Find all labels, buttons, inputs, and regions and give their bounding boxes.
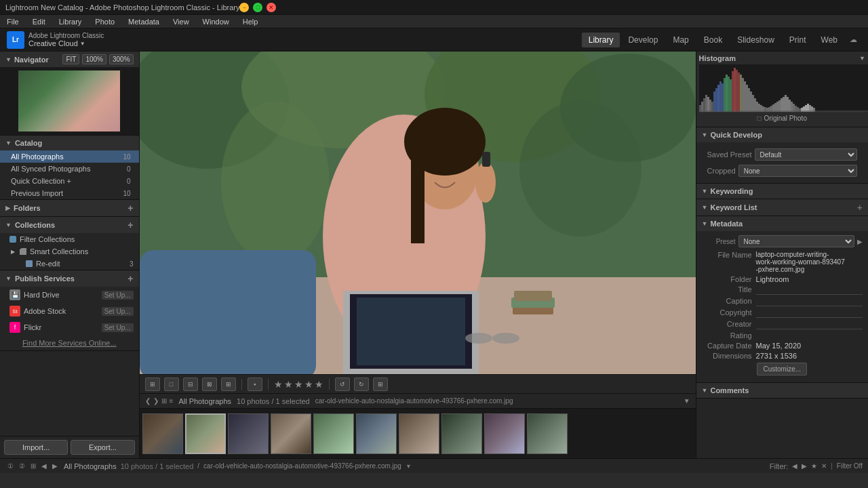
filmstrip-thumb-3[interactable] <box>228 413 269 454</box>
close-button[interactable]: ✕ <box>267 3 276 12</box>
filmstrip-grid-btn[interactable]: ⊞ <box>161 397 167 405</box>
adobe-stock-label[interactable]: Adobe Stock <box>24 307 66 315</box>
collection-reedit[interactable]: Re-edit 3 <box>20 258 139 270</box>
metadata-header[interactable]: Metadata <box>696 216 868 231</box>
filter-off-btn[interactable]: Filter Off <box>837 462 863 470</box>
minimize-button[interactable]: − <box>239 3 249 12</box>
bottom-filename-dropdown[interactable]: ▼ <box>406 463 412 470</box>
star-4[interactable]: ★ <box>304 379 313 390</box>
star-3[interactable]: ★ <box>294 379 303 390</box>
navigator-preview[interactable] <box>0 67 139 135</box>
filter-star-btn[interactable]: ★ <box>811 462 817 470</box>
tab-web[interactable]: Web <box>814 33 844 47</box>
filmstrip-thumb-6[interactable] <box>356 413 397 454</box>
filmstrip-photos[interactable] <box>140 409 696 458</box>
compare-view-btn[interactable]: ⊟ <box>183 378 198 391</box>
menu-library[interactable]: Library <box>56 16 85 27</box>
quick-develop-header[interactable]: Quick Develop <box>696 127 868 142</box>
meta-creator-value[interactable] <box>756 320 863 329</box>
filmstrip-thumb-2[interactable] <box>185 413 226 454</box>
people-view-btn[interactable]: ⊞ <box>221 378 236 391</box>
filmstrip-list-btn[interactable]: ≡ <box>170 397 174 405</box>
collections-add-button[interactable]: + <box>127 220 133 230</box>
filmstrip-thumb-10[interactable] <box>527 413 568 454</box>
filmstrip-thumb-1[interactable] <box>142 413 183 454</box>
cropped-select[interactable]: None <box>738 165 857 177</box>
filter-next-btn[interactable]: ▶ <box>802 462 807 470</box>
menu-window[interactable]: Window <box>200 16 232 27</box>
filmstrip-thumb-5[interactable] <box>313 413 354 454</box>
smart-expand-icon[interactable]: ▶ <box>9 249 16 255</box>
star-5[interactable]: ★ <box>315 379 323 390</box>
cloud-dropdown-icon[interactable]: ▼ <box>80 41 85 47</box>
publish-add-button[interactable]: + <box>127 274 133 283</box>
filmstrip-nav-left[interactable]: ❮ <box>145 397 151 405</box>
zoom-fit[interactable]: FIT <box>62 54 79 64</box>
menu-help[interactable]: Help <box>240 16 261 27</box>
navigator-collapse-icon[interactable] <box>5 56 12 63</box>
star-2[interactable]: ★ <box>284 379 293 390</box>
folders-add-button[interactable]: + <box>127 203 133 213</box>
survey-view-btn[interactable]: ⊠ <box>202 378 217 391</box>
catalog-quick[interactable]: Quick Collection + 0 <box>0 175 139 187</box>
hard-drive-setup[interactable]: Set Up... <box>102 291 134 300</box>
grid-view-btn[interactable]: ⊞ <box>145 378 160 391</box>
meta-caption-value[interactable] <box>756 297 863 306</box>
filmstrip-thumb-4[interactable] <box>271 413 311 454</box>
collection-filter[interactable]: Filter Collections <box>0 233 139 245</box>
hard-drive-label[interactable]: Hard Drive <box>24 291 60 299</box>
catalog-header[interactable]: Catalog <box>0 136 139 150</box>
filmstrip-thumb-9[interactable] <box>484 413 525 454</box>
source-grid-btn[interactable]: ⊞ <box>28 462 38 470</box>
find-more-services[interactable]: Find More Services Online... <box>0 336 139 350</box>
keyword-list-header[interactable]: Keyword List + <box>696 199 868 216</box>
collection-smart[interactable]: ▶ Smart Collections <box>0 245 139 258</box>
cloud-sync-icon[interactable]: ☁ <box>846 33 861 47</box>
adobe-stock-setup[interactable]: Set Up... <box>102 307 134 316</box>
folders-header[interactable]: Folders + <box>0 200 139 216</box>
star-rating[interactable]: ★ ★ ★ ★ ★ <box>274 379 323 390</box>
zoom-300[interactable]: 300% <box>109 54 134 64</box>
source-nav-2[interactable]: ② <box>17 462 27 470</box>
catalog-synced[interactable]: All Synced Photographs 0 <box>0 163 139 175</box>
source-nav-1[interactable]: ① <box>5 462 16 470</box>
histogram-header[interactable]: Histogram <box>699 54 865 62</box>
menu-view[interactable]: View <box>170 16 192 27</box>
star-1[interactable]: ★ <box>274 379 283 390</box>
sort-btn[interactable]: ▪ <box>248 378 262 391</box>
zoom-100[interactable]: 100% <box>82 54 106 64</box>
keyword-add-button[interactable]: + <box>857 203 863 212</box>
menu-metadata[interactable]: Metadata <box>125 16 162 27</box>
tab-book[interactable]: Book <box>697 33 729 47</box>
grid-overlay-btn[interactable]: ⊞ <box>373 378 388 391</box>
tab-develop[interactable]: Develop <box>621 33 665 47</box>
filmstrip-source[interactable]: All Photographs <box>178 397 231 405</box>
filmstrip-thumb-7[interactable] <box>399 413 439 454</box>
publish-services-header[interactable]: Publish Services + <box>0 270 139 287</box>
meta-copyright-value[interactable] <box>756 308 863 318</box>
source-prev-btn[interactable]: ◀ <box>39 462 49 470</box>
customize-button[interactable]: Customize... <box>757 363 807 375</box>
maximize-button[interactable]: □ <box>253 3 262 12</box>
bottom-source-label[interactable]: All Photographs <box>64 462 117 470</box>
import-button[interactable]: Import... <box>4 440 68 455</box>
export-button[interactable]: Export... <box>71 440 134 455</box>
keywording-header[interactable]: Keywording <box>696 184 868 199</box>
rotate-left-btn[interactable]: ↺ <box>335 378 350 391</box>
tab-print[interactable]: Print <box>783 33 813 47</box>
menu-photo[interactable]: Photo <box>92 16 117 27</box>
flickr-label[interactable]: Flickr <box>24 323 41 331</box>
filmstrip-thumb-8[interactable] <box>441 413 482 454</box>
collections-header[interactable]: Collections + <box>0 217 139 233</box>
histogram-original-toggle[interactable]: □ <box>757 115 762 122</box>
cloud-label[interactable]: Creative Cloud <box>28 39 78 47</box>
histogram-collapse-icon[interactable] <box>859 55 865 62</box>
filter-close-btn[interactable]: ✕ <box>821 462 827 470</box>
tab-slideshow[interactable]: Slideshow <box>730 33 781 47</box>
rotate-right-btn[interactable]: ↻ <box>354 378 369 391</box>
flickr-setup[interactable]: Set Up... <box>102 323 134 332</box>
preset-select[interactable]: Default <box>755 148 857 161</box>
meta-preset-arrow[interactable]: ▶ <box>857 238 863 245</box>
menu-file[interactable]: File <box>4 16 22 27</box>
filmstrip-expand-icon[interactable]: ▼ <box>684 397 690 405</box>
